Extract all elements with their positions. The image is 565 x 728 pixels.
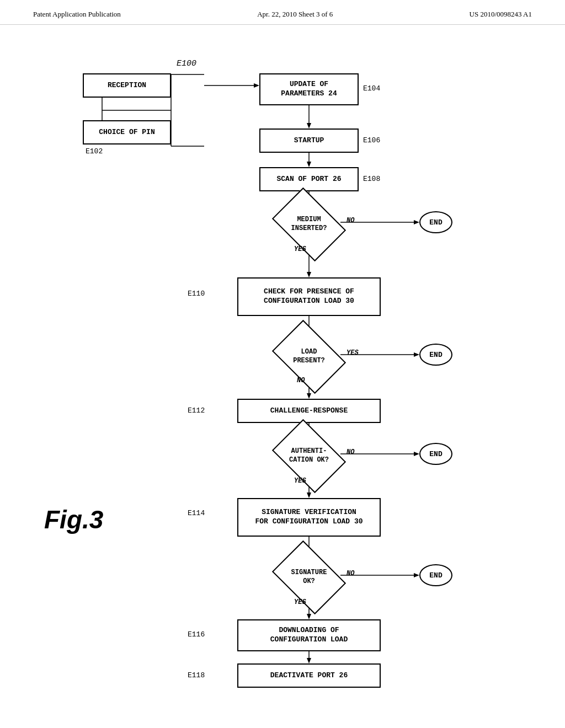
load-present-diamond: LOAD PRESENT? [279, 335, 339, 379]
ref-e106: E106 [363, 136, 380, 144]
auth-ok-no-label: NO [347, 448, 354, 456]
ref-e116: E116 [188, 630, 205, 639]
medium-inserted-no-label: NO [347, 217, 354, 224]
svg-marker-33 [307, 658, 311, 663]
end-oval-4: END [419, 564, 452, 586]
downloading-box: DOWNLOADING OF CONFIGURATION LOAD [237, 619, 381, 651]
medium-inserted-diamond: MEDIUM INSERTED? [279, 202, 339, 247]
svg-marker-13 [307, 272, 311, 277]
end-oval-1: END [419, 211, 452, 233]
ref-e104: E104 [363, 84, 380, 93]
signature-verification-box: SIGNATURE VERIFICATION FOR CONFIGURATION… [237, 498, 381, 537]
reception-box: RECEPTION [83, 73, 171, 98]
signature-ok-yes-label: YES [294, 598, 306, 606]
ref-e114: E114 [188, 509, 205, 517]
svg-marker-31 [307, 614, 311, 619]
svg-marker-29 [414, 573, 419, 577]
auth-ok-yes-label: YES [294, 477, 306, 485]
svg-marker-25 [307, 493, 311, 498]
choice-of-pin-box: CHOICE OF PIN [83, 120, 171, 144]
deactivate-port-box: DEACTIVATE PORT 26 [237, 663, 381, 688]
svg-marker-17 [414, 352, 419, 357]
check-presence-box: CHECK FOR PRESENCE OF CONFIGURATION LOAD… [237, 277, 381, 316]
svg-marker-11 [414, 220, 419, 224]
auth-ok-diamond: AUTHENTI- CATION OK? [279, 434, 339, 478]
page-header: Patent Application Publication Apr. 22, … [0, 0, 565, 25]
update-params-box: UPDATE OF PARAMETERS 24 [259, 73, 359, 105]
scan-port-box: SCAN OF PORT 26 [259, 167, 359, 191]
header-right: US 2010/0098243 A1 [470, 10, 532, 19]
challenge-response-box: CHALLENGE-RESPONSE [237, 399, 381, 423]
ref-e100: E100 [177, 59, 196, 68]
signature-ok-diamond: SIGNATURE OK? [279, 555, 339, 599]
ref-e110: E110 [188, 290, 205, 298]
ref-e102: E102 [86, 147, 103, 156]
startup-box: STARTUP [259, 129, 359, 153]
figure-label: Fig.3 [44, 505, 103, 534]
ref-e108: E108 [363, 175, 380, 183]
ref-e118: E118 [188, 671, 205, 679]
medium-inserted-yes-label: YES [294, 245, 306, 253]
header-center: Apr. 22, 2010 Sheet 3 of 6 [257, 10, 333, 19]
load-present-no-label: NO [297, 377, 305, 384]
end-oval-2: END [419, 344, 452, 366]
svg-marker-23 [414, 452, 419, 456]
svg-marker-3 [254, 83, 259, 88]
svg-marker-19 [307, 393, 311, 399]
end-oval-3: END [419, 443, 452, 465]
diagram-area: E100 RECEPTION CHOICE OF PIN E102 UPDATE… [0, 25, 565, 709]
ref-e112: E112 [188, 406, 205, 415]
load-present-yes-label: YES [347, 349, 359, 357]
svg-marker-5 [307, 123, 311, 129]
signature-ok-no-label: NO [347, 570, 354, 577]
header-left: Patent Application Publication [33, 10, 121, 19]
svg-marker-7 [307, 162, 311, 167]
